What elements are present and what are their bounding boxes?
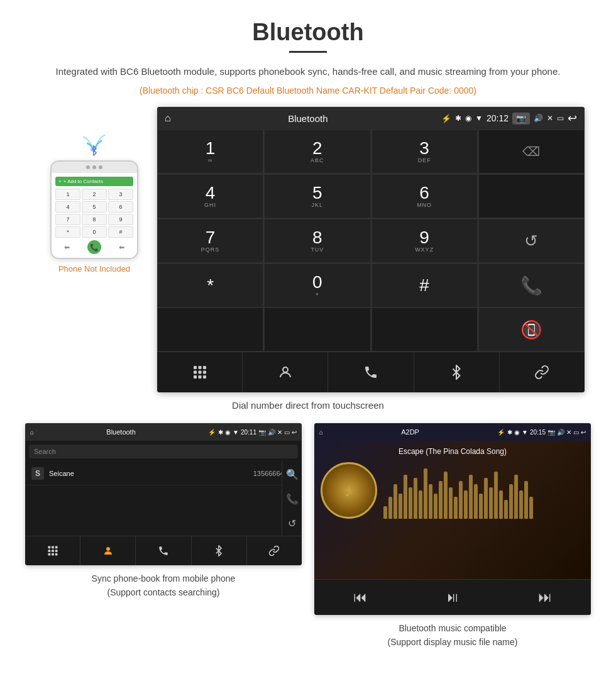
pb-contact-letter: S — [31, 467, 44, 480]
music-usb-icon: ⚡ — [497, 429, 505, 436]
back-icon[interactable]: ↩ — [568, 111, 577, 125]
dialpad-button[interactable] — [157, 352, 243, 392]
phonebook-screen-wrapper: ⌂ Bluetooth ⚡ ✱ ◉ ▼ 20:11 📷 🔊 ✕ ▭ ↩ Sear… — [25, 423, 302, 650]
svg-rect-15 — [48, 550, 50, 552]
music-camera-icon: 📷 — [547, 429, 555, 436]
svg-rect-16 — [52, 550, 54, 552]
svg-rect-13 — [52, 546, 54, 549]
pb-bt-btn[interactable] — [192, 536, 247, 565]
phone-key-9: 9 — [108, 214, 133, 225]
dial-end-call[interactable]: 📵 — [478, 307, 585, 351]
svg-rect-9 — [198, 375, 201, 379]
dial-key-0[interactable]: 0+ — [264, 263, 370, 307]
eq-bar — [429, 484, 432, 519]
svg-rect-3 — [198, 366, 201, 369]
dial-redial[interactable]: ↺ — [478, 219, 585, 263]
pb-contact-name: Seicane — [49, 470, 248, 477]
eq-bar — [449, 487, 453, 519]
dial-key-3[interactable]: 3DEF — [371, 130, 478, 174]
home-icon[interactable]: ⌂ — [165, 113, 171, 124]
pb-person-btn[interactable] — [80, 536, 136, 565]
phone-button[interactable] — [328, 352, 414, 392]
svg-rect-20 — [55, 553, 57, 556]
android-dialer-screen: ⌂ Bluetooth ⚡ ✱ ◉ ▼ 20:12 📷 🔊 ✕ ▭ ↩ 1∞ 2 — [157, 107, 585, 392]
phone-key-2: 2 — [82, 189, 107, 200]
music-controls: ⏮ ⏯ ⏭ — [314, 579, 591, 615]
pb-search-bar[interactable]: Search — [29, 445, 298, 458]
phone-key-4: 4 — [55, 201, 80, 213]
eq-bar — [454, 497, 458, 519]
bluetooth-button[interactable] — [414, 352, 500, 392]
close-icon[interactable]: ✕ — [547, 114, 553, 123]
prev-track-button[interactable]: ⏮ — [344, 586, 377, 609]
svg-rect-6 — [198, 371, 201, 374]
pb-grid-btn[interactable] — [25, 536, 80, 565]
dial-key-1[interactable]: 1∞ — [157, 130, 263, 174]
music-x-icon: ✕ — [566, 429, 571, 436]
next-track-button[interactable]: ⏭ — [529, 586, 561, 609]
pb-phone-btn[interactable] — [136, 536, 191, 565]
pb-call-side-icon[interactable]: 📞 — [286, 493, 299, 505]
page-title: Bluetooth — [0, 0, 616, 51]
pb-search-icon[interactable]: 🔍 — [286, 468, 299, 480]
music-back-icon: ↩ — [581, 429, 586, 436]
pb-win-icon: ▭ — [284, 429, 290, 436]
eq-bar — [424, 468, 427, 519]
music-home-icon: ⌂ — [319, 429, 323, 436]
phonebook-screen: ⌂ Bluetooth ⚡ ✱ ◉ ▼ 20:11 📷 🔊 ✕ ▭ ↩ Sear… — [25, 423, 302, 565]
dial-call-green[interactable]: 📞 — [478, 263, 585, 307]
contacts-button[interactable] — [243, 352, 328, 392]
pb-link-btn[interactable] — [247, 536, 302, 565]
dial-key-4[interactable]: 4GHI — [157, 174, 263, 218]
dial-empty-1: ⌫ — [478, 130, 585, 174]
usb-icon: ⚡ — [441, 114, 451, 123]
eq-bar — [383, 506, 387, 519]
dial-key-5[interactable]: 5JKL — [264, 174, 370, 218]
phone-key-6: 6 — [108, 201, 133, 213]
volume-icon[interactable]: 🔊 — [534, 114, 543, 123]
phone-key-3: 3 — [108, 189, 133, 200]
play-pause-button[interactable]: ⏯ — [436, 586, 469, 609]
svg-rect-14 — [55, 546, 57, 549]
eq-bar — [459, 481, 463, 519]
pb-status-bar: ⌂ Bluetooth ⚡ ✱ ◉ ▼ 20:11 📷 🔊 ✕ ▭ ↩ — [25, 423, 302, 441]
pb-usb-icon: ⚡ — [208, 429, 216, 436]
phone-key-5: 5 — [82, 201, 107, 213]
dial-key-8[interactable]: 8TUV — [264, 219, 370, 263]
eq-bar — [519, 490, 523, 519]
phone-dot-2 — [92, 165, 96, 169]
pb-refresh-icon[interactable]: ↺ — [288, 517, 296, 529]
svg-rect-12 — [48, 546, 50, 549]
music-vol-icon: 🔊 — [557, 429, 564, 436]
dial-key-star[interactable]: * — [157, 263, 263, 307]
svg-point-21 — [106, 547, 110, 551]
window-icon[interactable]: ▭ — [557, 114, 564, 123]
svg-point-1 — [91, 148, 94, 152]
phone-key-7: 7 — [55, 214, 80, 225]
music-time: 20:15 — [530, 429, 546, 436]
pb-status-right: ✱ ◉ ▼ 20:11 📷 🔊 ✕ ▭ ↩ — [218, 429, 297, 436]
equalizer-area — [383, 462, 585, 519]
eq-bar — [404, 475, 407, 519]
dial-key-hash[interactable]: # — [371, 263, 478, 307]
eq-bar — [444, 472, 448, 519]
svg-rect-7 — [203, 371, 206, 374]
phone-bottom-row: ⬅ 📞 ⬅ — [55, 240, 133, 254]
dial-key-6[interactable]: 6MNO — [371, 174, 478, 218]
eq-bar — [393, 484, 397, 519]
dial-key-2[interactable]: 2ABC — [264, 130, 370, 174]
music-win-icon: ▭ — [573, 429, 579, 436]
eq-bar — [474, 484, 478, 519]
pb-vol-icon: 🔊 — [268, 429, 275, 436]
phone-key-hash: # — [108, 226, 133, 238]
dial-key-9[interactable]: 9WXYZ — [371, 219, 478, 263]
camera-button[interactable]: 📷 — [512, 113, 530, 124]
music-screen-wrapper: ⌂ A2DP ⚡ ✱ ◉ ▼ 20:15 📷 🔊 ✕ ▭ ↩ Escape (T… — [314, 423, 591, 650]
music-status-right: ✱ ◉ ▼ 20:15 📷 🔊 ✕ ▭ ↩ — [507, 429, 586, 436]
extra-empty-3 — [371, 307, 478, 351]
phone-keypad: 1 2 3 4 5 6 7 8 9 * 0 # — [55, 189, 133, 238]
phone-key-star: * — [55, 226, 80, 238]
link-button[interactable] — [500, 352, 585, 392]
dial-key-7[interactable]: 7PQRS — [157, 219, 263, 263]
pb-contact-row[interactable]: S Seicane 13566664466 — [25, 462, 302, 485]
